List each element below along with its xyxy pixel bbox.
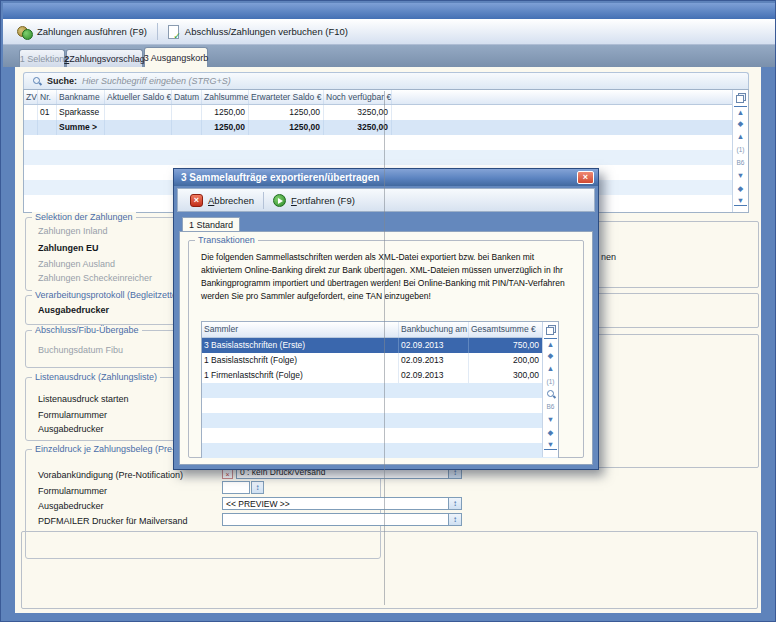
cell-datum: 02.09.2013 — [399, 338, 469, 353]
table-row[interactable]: 1 Basislastschrift (Folge) 02.09.2013 20… — [202, 353, 558, 368]
scroll-page-down-icon[interactable] — [544, 426, 557, 439]
col-datum[interactable]: Datum — [172, 90, 202, 104]
scroll-page-up-icon[interactable] — [734, 117, 747, 130]
option-ausgabedrucker[interactable]: Ausgabedrucker — [38, 424, 104, 434]
tab-ausgangskorb-label: 3 Ausgangskorb — [144, 53, 209, 63]
tab-zahlungsvorschlag[interactable]: 2 Zahlungsvorschlag — [66, 49, 143, 67]
option-zahlungen-eu[interactable]: Zahlungen EU — [38, 243, 99, 253]
transaktionen-label: Transaktionen — [195, 235, 258, 245]
col-bankbuchung-am[interactable]: Bankbuchung am — [399, 322, 469, 337]
copy-icon[interactable] — [546, 325, 555, 334]
sum-zahlsumme: 1250,00 — [202, 120, 249, 135]
col-erwarteter-saldo[interactable]: Erwarteter Saldo € — [249, 90, 324, 104]
book-payments-label: Abschluss/Zahlungen verbuchen (F10) — [185, 26, 348, 37]
cell-datum: 02.09.2013 — [399, 353, 469, 368]
col-sammler[interactable]: Sammler — [202, 322, 399, 337]
empty-row[interactable] — [202, 413, 558, 428]
payments-table-header[interactable]: ZV Nr. Bankname Aktueller Saldo € Datum … — [24, 90, 748, 105]
col-bankname[interactable]: Bankname — [57, 90, 105, 104]
copy-icon[interactable] — [736, 93, 745, 102]
scroll-last-icon[interactable] — [544, 439, 557, 450]
book-payments-button[interactable]: Abschluss/Zahlungen verbuchen (F10) — [161, 22, 355, 42]
tab-selektion-label: 1 Selektion — [20, 54, 65, 64]
execute-payments-label: Zahlungen ausführen (F9) — [37, 26, 147, 37]
dropdown-spinner-icon[interactable] — [448, 514, 461, 525]
ausgabedrucker-value: << PREVIEW >> — [226, 499, 290, 509]
option-vorabankuendigung[interactable]: Vorabankündigung (Pre-Notification) — [38, 470, 183, 480]
scroll-down-icon[interactable] — [734, 169, 747, 182]
tab-selektion: 1 Selektion — [19, 49, 65, 67]
column-count-icon[interactable]: (1) — [734, 143, 747, 156]
option-formularnummer[interactable]: Formularnummer — [38, 486, 107, 496]
scroll-first-icon[interactable] — [544, 338, 557, 349]
formularnummer-input[interactable] — [222, 481, 250, 494]
empty-row[interactable] — [24, 135, 748, 150]
col-gesamtsumme[interactable]: Gesamtsumme € — [469, 322, 543, 337]
cell-summe: 750,00 — [469, 338, 543, 353]
execute-payments-button[interactable]: Zahlungen ausführen (F9) — [10, 22, 154, 42]
tab-ausgangskorb[interactable]: 3 Ausgangskorb — [144, 47, 208, 67]
collectors-table-header[interactable]: Sammler Bankbuchung am Gesamtsumme € — [202, 322, 558, 338]
empty-row[interactable] — [202, 398, 558, 413]
group-label: Listenausdruck (Zahlungsliste) — [32, 372, 160, 382]
column-count-icon[interactable]: (1) — [544, 375, 557, 388]
block-icon[interactable]: B6 — [734, 156, 747, 169]
dropdown-spinner-icon[interactable] — [448, 498, 461, 509]
continue-button[interactable]: Fortfahren (F9) — [267, 191, 361, 209]
col-zahlsumme[interactable]: Zahlsumme € — [202, 90, 249, 104]
block-icon[interactable]: B6 — [544, 400, 557, 413]
bottom-panel — [21, 531, 758, 609]
cell-bankname: Sparkasse — [57, 105, 105, 120]
pdfmailer-select[interactable] — [222, 513, 462, 526]
ausgabedrucker-select[interactable]: << PREVIEW >> — [222, 497, 462, 510]
group-label: Verarbeitungsprotokoll (Begleitzettel) — [32, 290, 185, 300]
table-row[interactable]: 1 Firmenlastschrift (Folge) 02.09.2013 3… — [202, 368, 558, 383]
col-noch-verfuegbar[interactable]: Noch verfügbar € — [324, 90, 392, 104]
cell-noch-verfuegbar: 3250,00 — [324, 105, 392, 120]
search-label: Suche: — [47, 76, 77, 86]
scroll-down-icon[interactable] — [544, 413, 557, 426]
group-label: Abschluss/Fibu-Übergabe — [32, 325, 142, 335]
option-ausgabedrucker[interactable]: Ausgabedrucker — [38, 305, 109, 315]
option-zahlungen-ausland: Zahlungen Ausland — [38, 259, 115, 269]
page-check-icon — [168, 25, 180, 39]
empty-row[interactable] — [202, 443, 558, 458]
cancel-button[interactable]: Abbrechen — [184, 191, 260, 209]
option-ausgabedrucker[interactable]: Ausgabedrucker — [38, 501, 104, 511]
scroll-first-icon[interactable] — [734, 106, 747, 117]
scroll-page-down-icon[interactable] — [734, 182, 747, 195]
no-print-marker-icon — [222, 469, 233, 479]
option-listenausdruck-starten[interactable]: Listenausdruck starten — [38, 394, 129, 404]
formularnummer-spinner-icon[interactable] — [251, 481, 264, 494]
window-titlebar — [3, 3, 775, 19]
zoom-icon[interactable] — [546, 389, 556, 399]
empty-row[interactable] — [202, 383, 558, 398]
dialog-grid-nav-strip: (1) B6 — [542, 322, 558, 457]
cancel-x-icon — [190, 194, 203, 207]
sum-erwarteter-saldo: 1250,00 — [249, 120, 324, 135]
col-nr[interactable]: Nr. — [38, 90, 57, 104]
cell-datum — [172, 105, 202, 120]
collectors-table: Sammler Bankbuchung am Gesamtsumme € 3 B… — [201, 321, 559, 458]
col-aktueller-saldo[interactable]: Aktueller Saldo € — [105, 90, 172, 104]
close-icon[interactable] — [577, 171, 594, 184]
empty-row[interactable] — [24, 150, 748, 165]
table-row-selected[interactable]: 3 Basislastschriften (Erste) 02.09.2013 … — [202, 338, 558, 353]
col-zv[interactable]: ZV — [24, 90, 38, 104]
option-pdfmailer-drucker[interactable]: PDFMAILER Drucker für Mailversand — [38, 516, 188, 526]
dialog-titlebar[interactable]: 3 Sammelaufträge exportieren/übertragen — [174, 169, 598, 186]
cell-datum: 02.09.2013 — [399, 368, 469, 383]
scroll-page-up-icon[interactable] — [544, 349, 557, 362]
scroll-last-icon[interactable] — [734, 195, 747, 206]
scroll-up-icon[interactable] — [734, 130, 747, 143]
search-icon — [32, 76, 42, 86]
table-row[interactable]: 01 Sparkasse 1250,00 1250,00 3250,00 — [24, 105, 748, 120]
search-bar[interactable]: Suche: Hier Suchbegriff eingeben (STRG+S… — [23, 72, 749, 89]
dialog-tab-label: 1 Standard — [189, 220, 233, 230]
option-buchungsdatum-fibu: Buchungsdatum Fibu — [38, 345, 123, 355]
empty-row[interactable] — [202, 428, 558, 443]
cell-sammler: 3 Basislastschriften (Erste) — [202, 338, 399, 353]
option-formularnummer[interactable]: Formularnummer — [38, 410, 107, 420]
scroll-up-icon[interactable] — [544, 362, 557, 375]
dialog-tab-standard[interactable]: 1 Standard — [182, 217, 240, 231]
